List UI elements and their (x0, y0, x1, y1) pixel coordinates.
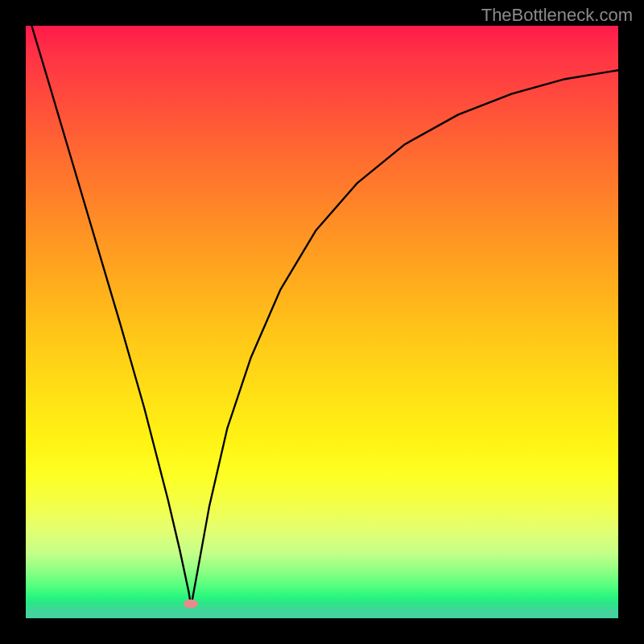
curve-path (31, 26, 618, 606)
bottleneck-curve (26, 26, 618, 618)
minimum-marker-dot (184, 599, 198, 608)
chart-stage: TheBottleneck.com (0, 0, 644, 644)
plot-frame (26, 26, 618, 618)
watermark-text: TheBottleneck.com (481, 5, 633, 26)
